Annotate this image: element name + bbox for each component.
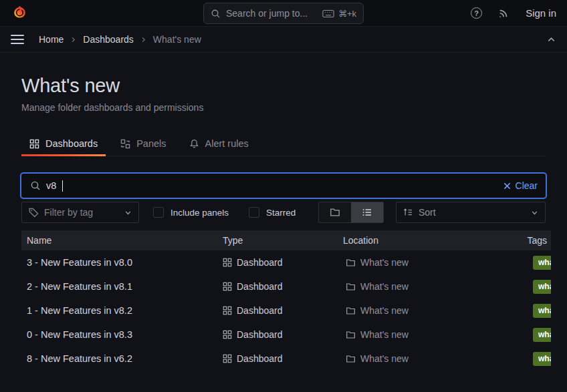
folder-view-button[interactable] bbox=[319, 202, 351, 222]
tag-filter-placeholder: Filter by tag bbox=[44, 207, 93, 218]
dashboard-name[interactable]: 2 - New Features in v8.1 bbox=[21, 281, 217, 292]
panels-icon bbox=[120, 139, 130, 149]
help-button[interactable]: ? bbox=[471, 7, 482, 19]
table-row[interactable]: 8 - New Features in v6.2 Dashboard What'… bbox=[21, 347, 551, 371]
list-view-button[interactable] bbox=[351, 202, 383, 222]
dashboard-tags: whats-new bbox=[522, 328, 551, 342]
folder-icon bbox=[330, 207, 340, 218]
close-icon bbox=[503, 182, 511, 190]
column-header-tags: Tags bbox=[522, 235, 551, 246]
column-header-type: Type bbox=[217, 235, 338, 246]
type-label: Dashboard bbox=[237, 305, 283, 316]
tag-badge[interactable]: whats-new bbox=[533, 256, 551, 270]
keyboard-icon bbox=[322, 9, 334, 18]
search-icon bbox=[30, 180, 41, 191]
tag-filter-select[interactable]: Filter by tag bbox=[21, 202, 139, 223]
dashboard-type: Dashboard bbox=[217, 281, 338, 292]
chevron-right-icon bbox=[70, 36, 77, 43]
chevron-down-icon bbox=[530, 208, 539, 217]
dashboard-tags: whats-new bbox=[522, 352, 551, 366]
starred-label: Starred bbox=[266, 208, 296, 218]
tab-panels[interactable]: Panels bbox=[112, 133, 174, 156]
clear-search-button[interactable]: Clear bbox=[503, 180, 538, 191]
include-panels-checkbox[interactable]: Include panels bbox=[153, 207, 229, 218]
column-header-location: Location bbox=[338, 235, 522, 246]
dashboard-location[interactable]: What's new bbox=[338, 353, 522, 364]
keyboard-shortcut-hint: ⌘+k bbox=[322, 9, 356, 19]
global-search-field[interactable] bbox=[226, 8, 317, 19]
top-navigation-bar: ⌘+k ? Sign in bbox=[0, 0, 567, 27]
location-label: What's new bbox=[360, 305, 409, 316]
checkbox-icon bbox=[249, 207, 259, 218]
dashboard-type: Dashboard bbox=[217, 257, 338, 268]
global-search-input[interactable]: ⌘+k bbox=[203, 3, 364, 24]
starred-checkbox[interactable]: Starred bbox=[249, 207, 296, 218]
collapse-toolbar-button[interactable] bbox=[546, 35, 556, 45]
tag-badge[interactable]: whats-new bbox=[533, 304, 551, 318]
dashboard-type: Dashboard bbox=[217, 353, 338, 364]
grafana-logo-icon[interactable] bbox=[11, 4, 29, 22]
breadcrumb-home[interactable]: Home bbox=[39, 34, 64, 45]
tab-label: Dashboards bbox=[45, 138, 98, 149]
location-label: What's new bbox=[360, 281, 409, 292]
news-button[interactable] bbox=[498, 7, 509, 19]
location-label: What's new bbox=[360, 329, 409, 340]
type-label: Dashboard bbox=[237, 353, 283, 364]
table-header-row: Name Type Location Tags bbox=[21, 230, 551, 250]
dashboard-name[interactable]: 8 - New Features in v6.2 bbox=[21, 353, 217, 364]
folder-icon bbox=[346, 306, 356, 316]
table-row[interactable]: 3 - New Features in v8.0 Dashboard What'… bbox=[21, 250, 551, 274]
tabs-bar: Dashboards Panels Alert rules bbox=[21, 133, 546, 156]
dashboard-type: Dashboard bbox=[217, 305, 338, 316]
table-row[interactable]: 0 - New Features in v8.3 Dashboard What'… bbox=[21, 323, 551, 347]
clear-label: Clear bbox=[516, 180, 538, 191]
tab-alert-rules[interactable]: Alert rules bbox=[181, 133, 257, 156]
page-title: What's new bbox=[21, 75, 546, 97]
dashboard-name[interactable]: 0 - New Features in v8.3 bbox=[21, 329, 217, 340]
tab-label: Alert rules bbox=[205, 138, 249, 149]
sort-placeholder: Sort bbox=[419, 207, 436, 218]
grid-icon bbox=[29, 139, 39, 149]
folder-icon bbox=[346, 282, 356, 292]
dashboard-location[interactable]: What's new bbox=[338, 329, 522, 340]
folder-icon bbox=[346, 354, 356, 364]
dashboard-location[interactable]: What's new bbox=[338, 281, 522, 292]
menu-toggle-icon[interactable] bbox=[11, 35, 24, 44]
grid-icon bbox=[223, 306, 232, 315]
dashboard-search-input[interactable]: v8 Clear bbox=[21, 174, 546, 198]
rss-icon bbox=[498, 7, 509, 19]
chevron-down-icon bbox=[124, 208, 132, 217]
type-label: Dashboard bbox=[237, 281, 283, 292]
breadcrumb-dashboards[interactable]: Dashboards bbox=[83, 34, 134, 45]
table-row[interactable]: 2 - New Features in v8.1 Dashboard What'… bbox=[21, 274, 551, 299]
dashboard-name[interactable]: 1 - New Features in v8.2 bbox=[21, 305, 217, 316]
table-row[interactable]: 1 - New Features in v8.2 Dashboard What'… bbox=[21, 299, 551, 323]
grid-icon bbox=[223, 354, 232, 363]
dashboard-location[interactable]: What's new bbox=[338, 257, 522, 268]
sign-in-button[interactable]: Sign in bbox=[526, 7, 556, 19]
dashboard-location[interactable]: What's new bbox=[338, 305, 522, 316]
tab-dashboards[interactable]: Dashboards bbox=[21, 133, 106, 156]
dashboard-tags: whats-new bbox=[522, 256, 551, 270]
sort-icon bbox=[403, 207, 413, 218]
sort-select[interactable]: Sort bbox=[396, 202, 546, 223]
dashboard-type: Dashboard bbox=[217, 329, 338, 340]
dashboard-name[interactable]: 3 - New Features in v8.0 bbox=[21, 257, 217, 268]
folder-icon bbox=[346, 258, 356, 268]
bell-icon bbox=[189, 139, 199, 149]
grid-icon bbox=[223, 282, 232, 291]
filter-toolbar: Filter by tag Include panels Starred bbox=[21, 202, 546, 223]
type-label: Dashboard bbox=[237, 329, 283, 340]
location-label: What's new bbox=[360, 257, 409, 268]
tag-badge[interactable]: whats-new bbox=[533, 280, 551, 294]
tab-label: Panels bbox=[136, 138, 166, 149]
chevron-up-icon bbox=[546, 35, 556, 45]
location-label: What's new bbox=[360, 353, 409, 364]
text-cursor bbox=[62, 180, 63, 192]
main-content: What's new Manage folder dashboards and … bbox=[0, 75, 567, 371]
breadcrumb-bar: Home Dashboards What's new bbox=[0, 27, 567, 53]
tag-badge[interactable]: whats-new bbox=[533, 328, 551, 342]
dashboard-tags: whats-new bbox=[522, 304, 551, 318]
help-icon: ? bbox=[471, 7, 482, 19]
tag-badge[interactable]: whats-new bbox=[533, 352, 551, 366]
